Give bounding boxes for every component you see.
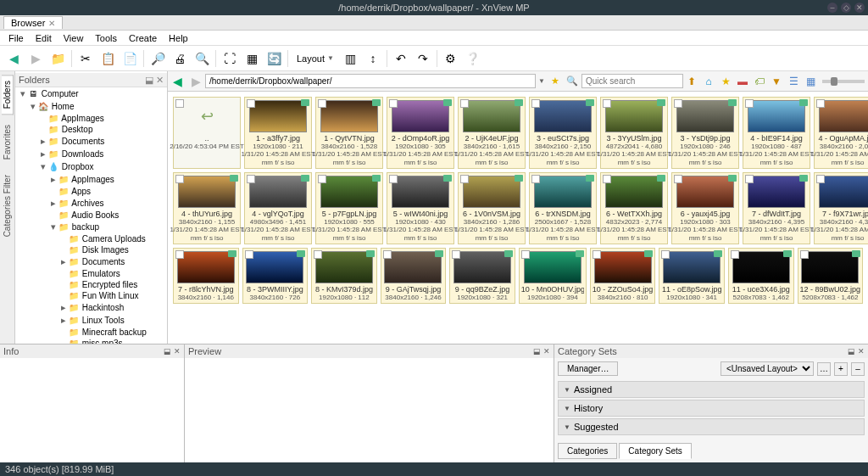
thumbnail-item[interactable]: 11 - uce3X46.jpg5208x7083 · 1,462 [728, 248, 794, 304]
tree-item[interactable]: 📁 Fun With Linux [15, 290, 167, 301]
cats-panel-controls[interactable]: ⬓ ✕ [848, 347, 865, 356]
favorite-star-icon[interactable]: ★ [548, 76, 563, 87]
select-checkbox[interactable] [460, 99, 469, 108]
select-checkbox[interactable] [460, 175, 469, 183]
layout-dropdown[interactable]: Layout ▼ [292, 48, 339, 69]
cat-suggested[interactable]: ▼Suggested [558, 418, 865, 435]
select-checkbox[interactable] [661, 250, 670, 259]
layout-select[interactable]: <Unsaved Layout> [721, 361, 814, 376]
cut-icon[interactable]: ✂ [75, 48, 96, 69]
filter-rating-icon[interactable]: ★ [717, 76, 734, 87]
thumbnail-item[interactable]: 4 - thUYur6.jpg3840x2160 · 1,1551/31/20 … [173, 172, 241, 244]
back-icon[interactable]: ◀ [3, 48, 24, 69]
thumbnail-item[interactable]: 9 - GAjTwsqj.jpg3840x2160 · 1,246 [381, 248, 447, 304]
tree-item[interactable]: 📁 misc mp3s [15, 338, 167, 344]
select-checkbox[interactable] [531, 99, 540, 108]
select-checkbox[interactable] [318, 175, 326, 183]
sidetab-categories-filter[interactable]: Categories Filter [2, 170, 13, 242]
select-checkbox[interactable] [816, 175, 825, 183]
compare-icon[interactable]: ▦ [242, 48, 262, 69]
settings-icon[interactable]: ⚙ [441, 48, 461, 69]
thumb-size-slider[interactable] [822, 80, 865, 83]
tab-close-icon[interactable]: ✕ [48, 19, 55, 28]
window-maximize-button[interactable]: ◇ [841, 3, 851, 13]
menu-tools[interactable]: Tools [90, 31, 122, 45]
tab-browser[interactable]: Browser ✕ [3, 16, 63, 29]
sidetab-favorites[interactable]: Favorites [2, 120, 13, 165]
select-checkbox[interactable] [383, 250, 392, 259]
select-checkbox[interactable] [318, 99, 326, 108]
search-icon[interactable]: 🔎 [147, 48, 168, 69]
thumbnail-item[interactable]: 6 - WetTXXh.jpg4832x2023 · 2,7741/31/20 … [600, 172, 668, 244]
tree-item[interactable]: 📁 Apps [15, 186, 167, 197]
tree-item[interactable]: 📁 Disk Images [15, 244, 167, 255]
select-checkbox[interactable] [521, 250, 530, 259]
info-panel-controls[interactable]: ⬓ ✕ [164, 347, 181, 356]
thumbnail-item[interactable]: 1 - a3ffy7.jpg1920x1080 · 2111/31/20 1:4… [244, 97, 312, 169]
tree-item[interactable]: 📁 Emulators [15, 268, 167, 279]
thumbnail-item[interactable]: 2 - UjK4eUF.jpg3840x2160 · 1,6151/31/20 … [458, 97, 526, 169]
thumbnail-item[interactable]: 4 - vglYQoT.jpg4980x3496 · 1,4511/31/20 … [244, 172, 312, 244]
tree-item[interactable]: ▸📁 Downloads [15, 148, 167, 160]
view-list-icon[interactable]: ☰ [785, 76, 802, 87]
forward-icon[interactable]: ▶ [25, 48, 46, 69]
cat-history[interactable]: ▼History [558, 400, 865, 417]
layout-add-button[interactable]: + [834, 362, 848, 376]
layout-remove-button[interactable]: – [851, 362, 865, 376]
thumbnail-item[interactable]: 6 - yauxj45.jpg1920x1080 · 3031/31/20 1:… [671, 172, 739, 244]
tree-item[interactable]: 📁 AppImages [15, 113, 167, 124]
view-thumbs-icon[interactable]: ▦ [802, 76, 819, 87]
tree-item[interactable]: ▸📁 Linux Tools [15, 314, 167, 327]
select-checkbox[interactable] [245, 250, 253, 259]
window-minimize-button[interactable]: – [827, 3, 837, 13]
thumbnail-item[interactable]: 7 - r8lcYhVN.jpg3840x2160 · 1,146 [173, 248, 239, 304]
thumbnail-item[interactable]: 5 - p7FgpLN.jpg1920x1080 · 5551/31/20 1:… [315, 172, 383, 244]
select-checkbox[interactable] [731, 250, 739, 259]
sidetab-folders[interactable]: Folders [2, 75, 14, 115]
tab-categories[interactable]: Categories [558, 443, 617, 459]
tree-item[interactable]: ▸📁 Documents [15, 135, 167, 148]
select-checkbox[interactable] [745, 175, 754, 183]
sort-icon[interactable]: ↕ [363, 48, 383, 69]
select-checkbox[interactable] [247, 175, 255, 183]
thumbnail-item[interactable]: 9 - qq9BZeZ.jpg1920x1080 · 321 [449, 248, 515, 304]
select-checkbox[interactable] [247, 99, 255, 108]
thumbnail-item[interactable]: 7 - f9X71wr.jpg3840x2160 · 4,3351/31/20 … [814, 172, 868, 244]
select-checkbox[interactable] [389, 99, 398, 108]
tag-icon[interactable]: 🏷 [751, 76, 768, 87]
thumbnail-item[interactable]: 2 - dOmp4oR.jpg1920x1080 · 3051/31/20 1:… [387, 97, 454, 169]
menu-create[interactable]: Create [124, 31, 162, 45]
select-checkbox[interactable] [745, 99, 754, 108]
select-checkbox[interactable] [175, 250, 184, 259]
select-checkbox[interactable] [674, 175, 682, 183]
nav-up-icon[interactable]: ⬆ [683, 76, 700, 87]
thumbnail-item[interactable]: 11 - oE8pSow.jpg1920x1080 · 341 [659, 248, 725, 304]
select-checkbox[interactable] [800, 250, 809, 259]
select-checkbox[interactable] [314, 250, 322, 259]
path-dropdown-icon[interactable]: ▼ [536, 77, 548, 85]
select-checkbox[interactable] [531, 175, 540, 183]
paste-icon[interactable]: 📄 [120, 48, 140, 69]
tree-item[interactable]: 📁 Audio Books [15, 210, 167, 221]
up-folder-icon[interactable]: 📁 [47, 48, 68, 69]
quick-search-input[interactable] [581, 74, 683, 88]
menu-help[interactable]: Help [164, 31, 193, 45]
tree-item[interactable]: ▸📁 Hackintosh [15, 301, 167, 314]
tree-item[interactable]: ▸📁 AppImages [15, 173, 167, 186]
rotate-right-icon[interactable]: ↷ [413, 48, 433, 69]
path-forward-icon[interactable]: ▶ [186, 75, 205, 88]
tree-item[interactable]: 📁 Camera Uploads [15, 233, 167, 244]
thumbnail-item[interactable]: 3 - YsDtj9p.jpg1920x1080 · 2461/31/20 1:… [671, 97, 739, 169]
menu-edit[interactable]: Edit [31, 31, 57, 45]
thumbnail-item[interactable]: 6 - trXNSDM.jpg2500x1667 · 1,5281/31/20 … [529, 172, 597, 244]
tree-item[interactable]: ▸📁 Documents [15, 255, 167, 268]
print-icon[interactable]: 🖨 [170, 48, 190, 69]
thumbnail-item[interactable]: 8 - 3PWMIIIY.jpg3840x2160 · 726 [242, 248, 309, 304]
select-checkbox[interactable] [593, 250, 601, 259]
thumbnail-item[interactable]: 4 - bIE9F14.jpg1920x1080 · 4871/31/20 1:… [743, 97, 810, 169]
tree-item[interactable]: ▾🏠 Home [15, 100, 167, 113]
select-checkbox[interactable] [452, 250, 460, 259]
rotate-left-icon[interactable]: ↶ [391, 48, 411, 69]
parent-dir-item[interactable]: ↩..2/16/20 4:53:04 PM EST [173, 97, 241, 169]
select-checkbox[interactable] [389, 175, 398, 183]
